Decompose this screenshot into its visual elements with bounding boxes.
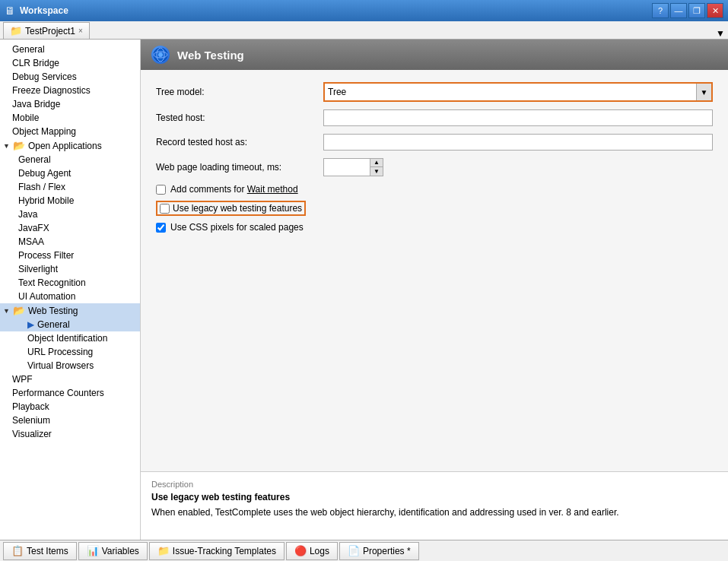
restore-button[interactable]: ❐ [688, 3, 705, 18]
tree-model-row: Tree model: Tree Flat ▼ [156, 82, 713, 102]
sidebar-item-mobile-label: Mobile [12, 113, 39, 123]
issue-tracking-icon: 📁 [157, 545, 170, 556]
sidebar-item-debug-services-label: Debug Services [12, 71, 77, 82]
sidebar-item-javafx-label: JavaFX [18, 223, 49, 233]
sidebar-item-playback[interactable]: Playback [0, 400, 140, 414]
add-comments-prefix: Add comments for [170, 184, 247, 195]
tab-variables[interactable]: 📊 Variables [78, 542, 148, 560]
close-button[interactable]: ✕ [707, 3, 723, 18]
sidebar-item-java-bridge[interactable]: Java Bridge [0, 97, 140, 111]
sidebar-item-process-filter[interactable]: Process Filter [0, 249, 140, 262]
legacy-checkbox-highlighted: Use legacy web testing features [156, 201, 306, 216]
sidebar-item-text-recognition[interactable]: Text Recognition [0, 276, 140, 290]
content-header: Web Testing [141, 40, 728, 70]
web-testing-arrow: ▼ [3, 307, 10, 315]
tested-host-row: Tested host: [156, 109, 713, 126]
sidebar-item-general[interactable]: General [0, 43, 140, 56]
sidebar-item-wpf[interactable]: WPF [0, 372, 140, 386]
sidebar-item-text-recognition-label: Text Recognition [18, 277, 86, 288]
record-tested-host-label: Record tested host as: [156, 137, 323, 147]
content-header-title: Web Testing [177, 49, 244, 62]
css-pixels-label: Use CSS pixels for scaled pages [170, 222, 304, 233]
record-tested-host-input[interactable] [323, 134, 713, 151]
spinner-down-button[interactable]: ▼ [370, 167, 383, 176]
tab-issue-tracking[interactable]: 📁 Issue-Tracking Templates [149, 542, 285, 560]
add-comments-checkbox[interactable] [156, 185, 166, 195]
title-bar: 🖥 Workspace ? — ❐ ✕ [0, 0, 728, 21]
sidebar-item-open-applications-label: Open Applications [28, 141, 102, 151]
timeout-label: Web page loading timeout, ms: [156, 162, 323, 173]
css-pixels-row: Use CSS pixels for scaled pages [156, 222, 713, 233]
sidebar-item-java-label: Java [18, 209, 37, 220]
main-area: General CLR Bridge Debug Services Freeze… [0, 40, 728, 540]
sidebar-item-ui-automation[interactable]: UI Automation [0, 290, 140, 303]
sidebar-item-open-applications-general[interactable]: General [0, 153, 140, 166]
sidebar-item-virtual-browsers[interactable]: Virtual Browsers [0, 359, 140, 372]
add-comments-label: Add comments for Wait method [170, 184, 298, 195]
sidebar-item-selenium-label: Selenium [12, 415, 50, 426]
sidebar-item-hybrid-mobile[interactable]: Hybrid Mobile [0, 194, 140, 208]
tree-model-select[interactable]: Tree Flat [325, 84, 711, 100]
sidebar-item-hybrid-mobile-label: Hybrid Mobile [18, 195, 74, 206]
spinner-up-button[interactable]: ▲ [370, 159, 383, 167]
sidebar-item-flash-flex-label: Flash / Flex [18, 182, 65, 192]
sidebar-item-performance-counters-label: Performance Counters [12, 388, 104, 398]
tree-model-label: Tree model: [156, 87, 323, 97]
sidebar-item-virtual-browsers-label: Virtual Browsers [27, 360, 94, 371]
project-tab[interactable]: 📁 TestProject1 × [3, 22, 90, 39]
timeout-input[interactable]: 60000 [324, 159, 370, 176]
sidebar-item-debug-services[interactable]: Debug Services [0, 70, 140, 84]
form-area: Tree model: Tree Flat ▼ Tested host: Rec… [141, 70, 728, 471]
help-button[interactable]: ? [652, 3, 669, 18]
sidebar-item-visualizer[interactable]: Visualizer [0, 427, 140, 441]
project-tab-icon: 📁 [10, 25, 22, 36]
test-items-icon: 📋 [11, 545, 24, 556]
properties-icon: 📄 [348, 545, 360, 556]
tested-host-input[interactable] [323, 109, 713, 126]
tab-test-items[interactable]: 📋 Test Items [3, 542, 77, 560]
sidebar-item-web-testing-general[interactable]: ▶ General [0, 318, 140, 331]
sidebar-item-visualizer-label: Visualizer [12, 429, 52, 439]
sidebar-item-debug-agent[interactable]: Debug Agent [0, 166, 140, 180]
tab-logs[interactable]: 🔴 Logs [286, 542, 338, 560]
sidebar: General CLR Bridge Debug Services Freeze… [0, 40, 141, 540]
sidebar-item-flash-flex[interactable]: Flash / Flex [0, 180, 140, 194]
content-header-icon [151, 46, 170, 64]
description-title: Use legacy web testing features [151, 492, 717, 502]
sidebar-item-silverlight[interactable]: Silverlight [0, 262, 140, 276]
content-panel: Web Testing Tree model: Tree Flat ▼ Test… [141, 40, 728, 540]
tab-issue-tracking-label: Issue-Tracking Templates [173, 546, 276, 556]
sidebar-item-open-applications[interactable]: ▼ 📂 Open Applications [0, 138, 140, 153]
sidebar-item-freeze-diagnostics[interactable]: Freeze Diagnostics [0, 84, 140, 97]
tab-scroll[interactable]: ▼ [716, 28, 728, 39]
open-applications-folder-icon: 📂 [13, 140, 25, 151]
sidebar-item-silverlight-label: Silverlight [18, 264, 58, 274]
wait-method-link[interactable]: Wait method [247, 184, 298, 195]
legacy-checkbox-row: Use legacy web testing features [156, 201, 713, 216]
sidebar-item-general-label: General [12, 44, 45, 55]
tab-variables-label: Variables [102, 546, 139, 556]
title-bar-controls: ? — ❐ ✕ [652, 3, 723, 18]
sidebar-item-java-bridge-label: Java Bridge [12, 99, 60, 109]
minimize-button[interactable]: — [670, 3, 687, 18]
open-applications-arrow: ▼ [3, 142, 10, 150]
css-pixels-checkbox[interactable] [156, 223, 166, 233]
sidebar-item-clr-bridge[interactable]: CLR Bridge [0, 56, 140, 70]
bottom-tab-bar: 📋 Test Items 📊 Variables 📁 Issue-Trackin… [0, 540, 728, 561]
tab-properties[interactable]: 📄 Properties * [339, 542, 419, 560]
sidebar-item-process-filter-label: Process Filter [18, 250, 74, 261]
sidebar-item-object-mapping[interactable]: Object Mapping [0, 125, 140, 138]
sidebar-item-url-processing[interactable]: URL Processing [0, 345, 140, 359]
legacy-checkbox[interactable] [160, 204, 170, 214]
sidebar-item-web-testing[interactable]: ▼ 📂 Web Testing [0, 303, 140, 318]
sidebar-item-selenium[interactable]: Selenium [0, 414, 140, 427]
sidebar-item-object-identification[interactable]: Object Identification [0, 331, 140, 345]
project-tab-close[interactable]: × [78, 27, 83, 35]
sidebar-item-url-processing-label: URL Processing [27, 347, 93, 357]
sidebar-item-performance-counters[interactable]: Performance Counters [0, 386, 140, 400]
sidebar-item-mobile[interactable]: Mobile [0, 111, 140, 125]
sidebar-item-msaa[interactable]: MSAA [0, 235, 140, 249]
sidebar-item-java[interactable]: Java [0, 208, 140, 221]
title-bar-left: 🖥 Workspace [5, 5, 68, 17]
sidebar-item-javafx[interactable]: JavaFX [0, 221, 140, 235]
